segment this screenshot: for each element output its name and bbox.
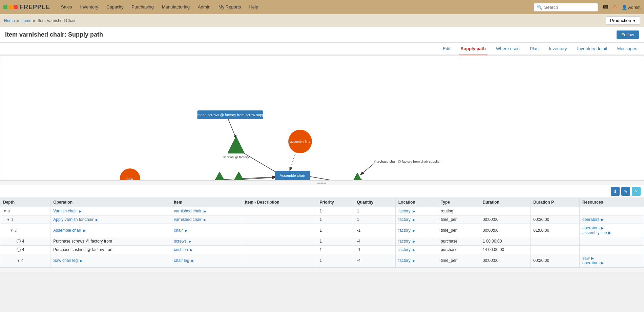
item-link[interactable]: screws ▶	[174, 239, 191, 244]
cell-duration-p	[531, 207, 580, 215]
resource-link[interactable]: saw ▶	[582, 256, 641, 261]
tab-supply-path[interactable]: Supply path	[459, 43, 487, 55]
item-link[interactable]: varnished chair ▶	[174, 209, 206, 213]
cell-duration-p	[531, 237, 580, 246]
production-dropdown[interactable]: Production	[606, 16, 640, 25]
email-icon[interactable]: ✉	[603, 3, 608, 11]
item-link[interactable]: chair ▶	[174, 228, 187, 233]
col-duration-p[interactable]: Duration P	[531, 198, 580, 207]
expand-icon[interactable]: ▼ 0	[3, 209, 10, 213]
location-link[interactable]: factory ▶	[398, 239, 415, 244]
resource-link[interactable]: operators ▶	[582, 261, 641, 265]
item-link[interactable]: cushion ▶	[174, 247, 193, 252]
cell-item-desc	[242, 246, 317, 254]
svg-text:screws @ factory: screws @ factory	[223, 155, 249, 159]
nav-inventory[interactable]: Inventory	[76, 0, 102, 14]
operation-link[interactable]: Varnish chair ▶	[53, 209, 81, 213]
resource-link[interactable]: operators ▶	[582, 217, 641, 222]
col-location[interactable]: Location	[395, 198, 438, 207]
circle-icon	[17, 248, 21, 252]
col-resources[interactable]: Resources	[579, 198, 644, 207]
cell-priority: 1	[317, 254, 354, 267]
follow-button[interactable]: Follow	[617, 30, 639, 39]
operation-link[interactable]: Apply varnish for chair ▶	[53, 217, 98, 222]
nav-my-reports[interactable]: My Reports	[214, 0, 245, 14]
col-item-desc[interactable]: Item - Description	[242, 198, 317, 207]
expand-icon[interactable]: ▼ 1	[6, 217, 13, 222]
cell-duration: 00:00:00	[480, 215, 531, 224]
expand-icon[interactable]: ▼ 2	[10, 228, 17, 232]
cell-type: purchase	[438, 246, 480, 254]
search-box[interactable]: 🔍	[534, 3, 598, 12]
col-item[interactable]: Item	[171, 198, 242, 207]
tab-inventory-detail[interactable]: Inventory detail	[576, 43, 609, 55]
cell-type: time_per	[438, 224, 480, 237]
download-button[interactable]: ⬇	[611, 187, 620, 196]
operation-link[interactable]: Assemble chair ▶	[53, 228, 86, 233]
location-link[interactable]: factory ▶	[398, 228, 415, 233]
tab-inventory[interactable]: Inventory	[547, 43, 568, 55]
location-link[interactable]: factory ▶	[398, 209, 415, 213]
cell-duration: 14 00:00:00	[480, 246, 531, 254]
cell-item-desc	[242, 254, 317, 267]
cell-depth: ▼ 4	[0, 254, 50, 267]
logo-sq-orange	[8, 5, 13, 9]
cell-depth: ▼ 1	[0, 215, 50, 224]
expand-icon[interactable]: ▼ 4	[17, 258, 23, 263]
breadcrumb: Home ▶ Items ▶ Item Varnished Chair	[4, 18, 76, 23]
search-input[interactable]	[544, 5, 595, 10]
tab-plan[interactable]: Plan	[528, 43, 540, 55]
col-depth[interactable]: Depth	[0, 198, 50, 207]
cell-resources: saw ▶operators ▶	[579, 254, 644, 267]
breadcrumb-items[interactable]: Items	[21, 18, 31, 23]
location-link[interactable]: factory ▶	[398, 258, 415, 263]
diagram-svg: Purchase screws @ factory from screw sup…	[0, 56, 644, 180]
resource-link[interactable]: operators ▶	[582, 226, 641, 230]
tab-edit[interactable]: Edit	[441, 43, 452, 55]
operation-link[interactable]: Saw chair leg ▶	[53, 258, 82, 263]
col-operation[interactable]: Operation	[50, 198, 171, 207]
cell-duration-p: 00:30:00	[531, 215, 580, 224]
item-link[interactable]: chair leg ▶	[174, 258, 194, 263]
cell-priority: 1	[317, 224, 354, 237]
bottom-scrollbar[interactable]	[0, 267, 644, 272]
supply-path-diagram[interactable]: Purchase screws @ factory from screw sup…	[0, 55, 644, 181]
nav-links: Sales Inventory Capacity Purchasing Manu…	[57, 0, 534, 14]
nav-capacity[interactable]: Capacity	[102, 0, 128, 14]
nav-purchasing[interactable]: Purchasing	[128, 0, 158, 14]
item-link[interactable]: varnished chair ▶	[174, 217, 206, 222]
location-link[interactable]: factory ▶	[398, 217, 415, 222]
table-row: 4Purchase cushion @ factory froncushion …	[0, 246, 644, 254]
breadcrumb-home[interactable]: Home	[4, 18, 15, 23]
col-quantity[interactable]: Quantity	[354, 198, 395, 207]
cell-item-desc	[242, 207, 317, 215]
admin-menu[interactable]: 👤 Admin	[622, 5, 641, 10]
breadcrumb-sep-1: ▶	[17, 18, 20, 23]
warning-icon[interactable]: ⚠	[612, 3, 618, 11]
table-controls: ⬇ ✎ ?	[0, 185, 644, 197]
edit-columns-button[interactable]: ✎	[621, 187, 630, 196]
cell-item: varnished chair ▶	[171, 207, 242, 215]
col-priority[interactable]: Priority	[317, 198, 354, 207]
table-row: ▼ 4Saw chair leg ▶chair leg ▶1-4factory …	[0, 254, 644, 267]
cell-operation: Saw chair leg ▶	[50, 254, 171, 267]
logo-squares	[3, 5, 18, 9]
nav-sales[interactable]: Sales	[57, 0, 76, 14]
tab-where-used[interactable]: Where used	[494, 43, 521, 55]
help-button[interactable]: ?	[632, 187, 641, 196]
tab-messages[interactable]: Messages	[616, 43, 639, 55]
cell-location: factory ▶	[395, 237, 438, 246]
cell-priority: 1	[317, 246, 354, 254]
cell-item-desc	[242, 224, 317, 237]
cell-operation: Purchase screws @ factory from	[50, 237, 171, 246]
nav-manufacturing[interactable]: Manufacturing	[158, 0, 194, 14]
cell-location: factory ▶	[395, 254, 438, 267]
nav-help[interactable]: Help	[245, 0, 262, 14]
location-link[interactable]: factory ▶	[398, 247, 415, 252]
col-type[interactable]: Type	[438, 198, 480, 207]
resize-handle[interactable]: ═══	[0, 181, 644, 185]
app-logo[interactable]: FREPPLE	[3, 4, 50, 11]
col-duration[interactable]: Duration	[480, 198, 531, 207]
resource-link[interactable]: assembly line ▶	[582, 230, 641, 235]
nav-admin[interactable]: Admin	[194, 0, 214, 14]
